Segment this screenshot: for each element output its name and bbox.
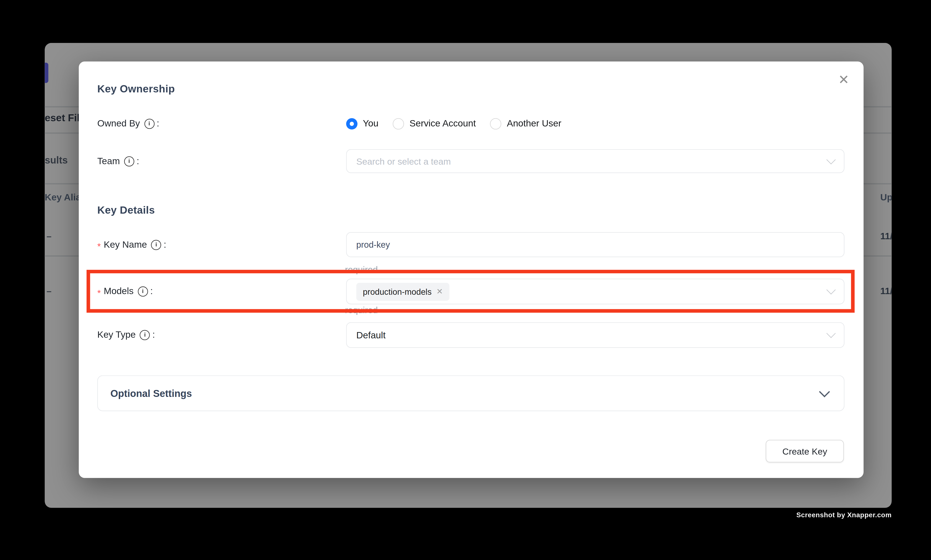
- models-label: * Models i :: [97, 285, 153, 298]
- info-icon: i: [138, 286, 148, 296]
- key-name-validation-message: required: [345, 265, 378, 275]
- section-title-key-ownership: Key Ownership: [97, 83, 175, 95]
- team-select[interactable]: Search or select a team: [346, 149, 845, 173]
- chevron-down-icon: [826, 329, 836, 338]
- label-colon: :: [137, 156, 139, 166]
- models-label-text: Models: [104, 286, 133, 297]
- key-type-select[interactable]: Default: [346, 322, 845, 348]
- info-icon: i: [124, 156, 134, 166]
- key-type-label-text: Key Type: [97, 329, 135, 340]
- section-title-key-details: Key Details: [97, 204, 155, 217]
- radio-unselected-icon: [490, 118, 502, 129]
- label-colon: :: [152, 329, 155, 340]
- close-icon[interactable]: ✕: [838, 73, 849, 86]
- optional-settings-label: Optional Settings: [111, 388, 192, 399]
- info-icon: i: [144, 118, 154, 129]
- team-label-text: Team: [97, 156, 120, 166]
- radio-owned-by-service-account[interactable]: Service Account: [393, 118, 476, 129]
- radio-owned-by-another-user[interactable]: Another User: [490, 118, 562, 129]
- key-name-label-text: Key Name: [104, 239, 147, 250]
- models-tag: production-models ✕: [356, 283, 449, 301]
- label-colon: :: [157, 118, 159, 129]
- radio-dot: [350, 122, 354, 126]
- screenshot-canvas: eset Filt sults Key Alia Up – 11/ – 11/ …: [0, 0, 931, 560]
- owned-by-radio-group: You Service Account Another User: [346, 117, 562, 130]
- radio-unselected-icon: [393, 118, 404, 129]
- radio-owned-by-you[interactable]: You: [346, 118, 379, 129]
- label-colon: :: [150, 286, 153, 297]
- info-icon: i: [140, 330, 150, 340]
- create-key-button[interactable]: Create Key: [766, 440, 844, 463]
- tag-remove-icon[interactable]: ✕: [436, 288, 443, 295]
- models-select[interactable]: production-models ✕: [346, 279, 845, 304]
- key-name-value: prod-key: [356, 240, 390, 249]
- chevron-down-icon: [819, 386, 830, 397]
- info-icon: i: [151, 240, 162, 250]
- radio-selected-icon: [346, 118, 357, 129]
- chevron-down-icon: [826, 155, 836, 164]
- models-tag-text: production-models: [363, 287, 432, 296]
- radio-label: You: [363, 118, 379, 129]
- key-name-input[interactable]: prod-key: [346, 232, 845, 257]
- owned-by-label-text: Owned By: [97, 118, 140, 129]
- create-key-modal: ✕ Key Ownership Owned By i : You Service…: [79, 62, 863, 478]
- chevron-down-icon: [826, 285, 836, 295]
- key-name-label: * Key Name i :: [97, 238, 166, 251]
- key-type-label: Key Type i :: [97, 328, 155, 342]
- label-colon: :: [163, 239, 166, 250]
- required-asterisk: *: [97, 288, 101, 298]
- models-validation-message: required: [345, 305, 378, 315]
- key-type-value: Default: [356, 330, 386, 340]
- team-select-placeholder: Search or select a team: [356, 156, 451, 166]
- optional-settings-toggle[interactable]: Optional Settings: [97, 375, 845, 411]
- design-root: eset Filt sults Key Alia Up – 11/ – 11/ …: [0, 0, 931, 560]
- watermark-text: Screenshot by Xnapper.com: [796, 511, 891, 518]
- radio-label: Service Account: [409, 118, 476, 129]
- owned-by-label: Owned By i :: [97, 117, 159, 130]
- radio-label: Another User: [507, 118, 562, 129]
- required-asterisk: *: [97, 241, 101, 251]
- team-label: Team i :: [97, 155, 139, 168]
